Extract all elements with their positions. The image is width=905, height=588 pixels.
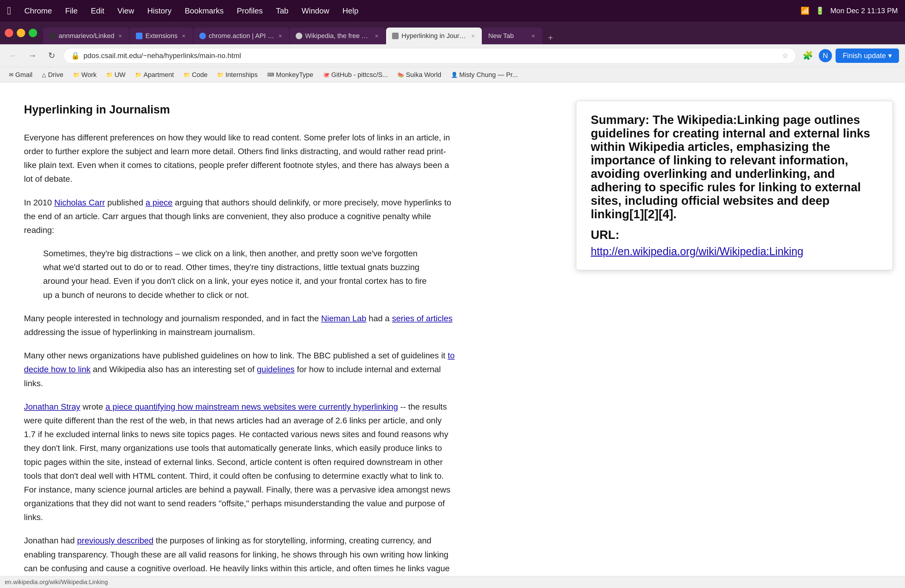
url-text: pdos.csail.mit.edu/~neha/hyperlinks/main… <box>84 51 778 60</box>
quantifying-link[interactable]: a piece quantifying how mainstream news … <box>105 402 398 412</box>
finish-update-button[interactable]: Finish update ▾ <box>835 49 899 63</box>
url-link[interactable]: http://en.wikipedia.org/wiki/Wikipedia:L… <box>591 245 878 258</box>
tab-wikipedia[interactable]: Wikipedia, the free ency... ✕ <box>290 27 386 44</box>
tab-close-button[interactable]: ✕ <box>278 33 283 39</box>
drive-icon: △ <box>42 72 46 78</box>
menu-edit[interactable]: Edit <box>89 5 107 17</box>
menu-bookmarks[interactable]: Bookmarks <box>182 5 226 17</box>
menubar-right: 📶 🔋 Mon Dec 2 11:13 PM <box>800 6 898 15</box>
tab-close-button[interactable]: ✕ <box>117 33 123 39</box>
menu-tab[interactable]: Tab <box>273 5 291 17</box>
menu-help[interactable]: Help <box>340 5 360 17</box>
bookmark-monkeytype[interactable]: ⌨ MonkeyType <box>263 69 318 81</box>
bookmark-label: GitHub - pittcsc/S... <box>331 71 388 79</box>
tab-favicon-wiki <box>296 33 302 39</box>
toolbar-right: 🧩 N Finish update ▾ <box>801 49 899 63</box>
gmail-icon: ✉ <box>9 72 13 78</box>
tab-label: New Tab <box>488 32 514 40</box>
content-area: Hyperlinking in Journalism Everyone has … <box>0 83 905 576</box>
summary-panel: Summary: The Wikipedia:Linking page outl… <box>576 100 893 270</box>
maximize-window-button[interactable] <box>29 29 37 37</box>
tab-close-button[interactable]: ✕ <box>374 33 379 39</box>
tab-favicon-chrome <box>199 33 206 39</box>
folder-icon: 📁 <box>183 72 190 78</box>
folder-icon: 📁 <box>106 72 113 78</box>
tab-hyperlinking[interactable]: Hyperlinking in Journalis... ✕ <box>386 27 482 44</box>
bookmark-label: Misty Chung — Pr... <box>459 71 518 79</box>
tab-label: Wikipedia, the free ency... <box>305 32 371 40</box>
previously-described-link[interactable]: previously described <box>77 536 154 545</box>
new-tab-button[interactable]: + <box>544 31 557 44</box>
tab-close-button[interactable]: ✕ <box>530 33 536 39</box>
article-title: Hyperlinking in Journalism <box>24 100 455 119</box>
tab-extensions[interactable]: Extensions ✕ <box>130 27 193 44</box>
tab-close-button[interactable]: ✕ <box>470 33 476 39</box>
browser-toolbar: ← → ↻ 🔒 pdos.csail.mit.edu/~neha/hyperli… <box>0 44 905 67</box>
reload-button[interactable]: ↻ <box>44 49 59 63</box>
article-paragraph-6: Jonathan had previously described the pu… <box>24 534 455 576</box>
bookmark-apartment[interactable]: 📁 Apartment <box>131 69 178 81</box>
titlebar: annmarievo/Linked ✕ Extensions ✕ chrome.… <box>0 22 905 44</box>
bookmark-label: Gmail <box>15 71 32 79</box>
bookmark-gmail[interactable]: ✉ Gmail <box>5 69 37 81</box>
bookmark-label: Suika World <box>406 71 441 79</box>
article-paragraph-4: Many other news organizations have publi… <box>24 349 455 390</box>
bookmark-label: Code <box>192 71 208 79</box>
close-window-button[interactable] <box>5 29 13 37</box>
menu-history[interactable]: History <box>145 5 174 17</box>
bookmark-label: Internships <box>225 71 258 79</box>
back-button[interactable]: ← <box>6 49 21 63</box>
bookmark-misty[interactable]: 👤 Misty Chung — Pr... <box>447 69 522 81</box>
bookmark-uw[interactable]: 📁 UW <box>102 69 130 81</box>
traffic-lights <box>5 29 37 37</box>
profile-icon[interactable]: N <box>819 49 832 62</box>
tab-favicon-github <box>49 33 56 39</box>
keyboard-icon: ⌨ <box>267 72 274 78</box>
tab-chrome-action[interactable]: chrome.action | API | C... ✕ <box>193 27 289 44</box>
tab-new-tab[interactable]: New Tab ✕ <box>483 27 542 44</box>
bookmarks-bar: ✉ Gmail △ Drive 📁 Work 📁 UW 📁 Apartment … <box>0 67 905 83</box>
jonathan-stray-link[interactable]: Jonathan Stray <box>24 402 80 412</box>
chevron-down-icon: ▾ <box>888 51 892 60</box>
tab-favicon-ext <box>136 33 143 39</box>
minimize-window-button[interactable] <box>17 29 25 37</box>
menu-bar:  Chrome File Edit View History Bookmark… <box>0 0 905 22</box>
bookmark-label: Apartment <box>143 71 174 79</box>
series-articles-link[interactable]: series of articles <box>392 314 452 323</box>
finish-update-label: Finish update <box>843 51 886 60</box>
menu-profiles[interactable]: Profiles <box>234 5 265 17</box>
menu-file[interactable]: File <box>63 5 80 17</box>
menu-chrome[interactable]: Chrome <box>22 5 54 17</box>
address-bar[interactable]: 🔒 pdos.csail.mit.edu/~neha/hyperlinks/ma… <box>64 48 796 64</box>
bookmark-internships[interactable]: 📁 Internships <box>213 69 262 81</box>
github-icon: 🐙 <box>323 72 330 78</box>
bookmark-work[interactable]: 📁 Work <box>69 69 101 81</box>
nieman-lab-link[interactable]: Nieman Lab <box>321 314 366 323</box>
tab-close-button[interactable]: ✕ <box>181 33 187 39</box>
status-url: en.wikipedia.org/wiki/Wikipedia:Linking <box>5 579 108 586</box>
nicholas-carr-link[interactable]: Nicholas Carr <box>54 198 105 207</box>
bookmark-suika[interactable]: 🍉 Suika World <box>393 69 445 81</box>
bookmark-github[interactable]: 🐙 GitHub - pittcsc/S... <box>319 69 392 81</box>
bookmark-code[interactable]: 📁 Code <box>179 69 212 81</box>
to-decide-link[interactable]: to decide how to link <box>24 351 455 374</box>
menu-view[interactable]: View <box>115 5 137 17</box>
article-blockquote: Sometimes, they're big distractions – we… <box>43 247 436 302</box>
bookmark-star-icon[interactable]: ☆ <box>782 51 789 60</box>
folder-icon: 📁 <box>135 72 141 78</box>
tab-annmarievo[interactable]: annmarievo/Linked ✕ <box>43 27 129 44</box>
bookmark-label: MonkeyType <box>276 71 313 79</box>
a-piece-link[interactable]: a piece <box>145 198 172 207</box>
article-content: Hyperlinking in Journalism Everyone has … <box>0 83 479 576</box>
folder-icon: 📁 <box>217 72 224 78</box>
article-paragraph-1: Everyone has different preferences on ho… <box>24 131 455 186</box>
lock-icon: 🔒 <box>71 51 80 60</box>
article-paragraph-2: In 2010 Nicholas Carr published a piece … <box>24 196 455 237</box>
extensions-icon[interactable]: 🧩 <box>801 49 815 63</box>
menu-window[interactable]: Window <box>299 5 332 17</box>
forward-button[interactable]: → <box>25 49 40 63</box>
guidelines-link[interactable]: guidelines <box>257 365 294 374</box>
article-paragraph-3: Many people interested in technology and… <box>24 311 455 339</box>
apple-menu-icon[interactable]:  <box>7 5 11 17</box>
bookmark-drive[interactable]: △ Drive <box>38 69 67 81</box>
